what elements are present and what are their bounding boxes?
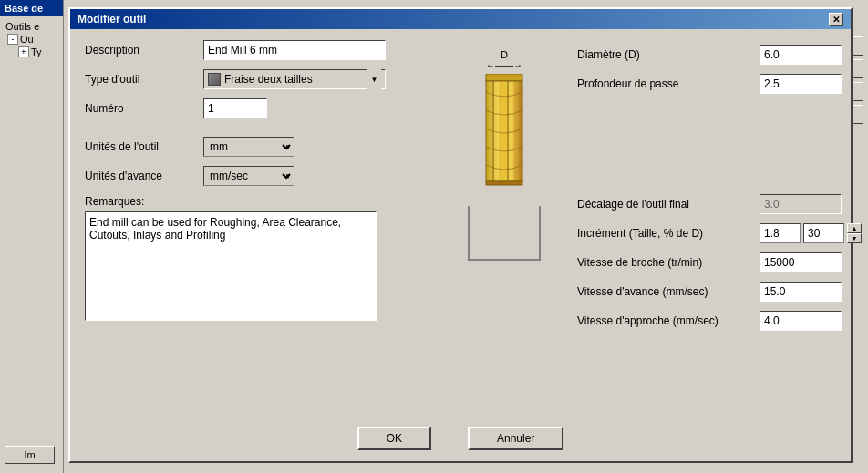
ok-button[interactable]: OK	[357, 427, 431, 450]
form-area: Description Type d'outil Fraise deux tai…	[85, 40, 836, 408]
vitesse-broche-input[interactable]	[760, 252, 842, 272]
advance-units-select-wrapper: mm/sec mm/min	[203, 166, 294, 186]
profondeur-label: Profondeur de passe	[577, 77, 760, 90]
tool-type-text: Fraise deux tailles	[224, 73, 367, 86]
remarks-label: Remarques:	[85, 195, 431, 208]
diametre-input[interactable]	[760, 45, 842, 65]
vitesse-approche-input[interactable]	[760, 311, 842, 331]
sidebar: Base de Outils e - Ou + Ty Im	[0, 0, 64, 473]
remarks-textarea[interactable]: End mill can be used for Roughing, Area …	[85, 211, 377, 321]
increment-row: Incrément (Taille, % de D) ▲ ▼	[577, 223, 862, 243]
sidebar-item-ou[interactable]: - Ou	[4, 33, 59, 46]
right-form: Diamètre (D) Profondeur de passe Décalag…	[577, 40, 862, 408]
vitesse-broche-row: Vitesse de broche (tr/min)	[577, 252, 862, 272]
vitesse-approche-label: Vitesse d'approche (mm/sec)	[577, 314, 760, 327]
vitesse-approche-row: Vitesse d'approche (mm/sec)	[577, 311, 862, 331]
increment-input-2[interactable]	[803, 223, 844, 243]
d-dimension: D ←——→	[486, 49, 522, 70]
d-arrow: ←——→	[486, 60, 522, 70]
endmill-svg	[468, 74, 541, 192]
increment-input-1[interactable]	[760, 223, 801, 243]
sidebar-bottom-button[interactable]: Im	[5, 446, 55, 464]
svg-rect-0	[486, 74, 522, 81]
modal-close-button[interactable]: ✕	[829, 13, 843, 26]
left-form: Description Type d'outil Fraise deux tai…	[85, 40, 431, 408]
sidebar-bottom: Im	[5, 446, 55, 464]
remarks-section: Remarques: End mill can be used for Roug…	[85, 195, 431, 324]
modal-dialog: Modifier outil ✕ Description Type d'outi…	[68, 7, 852, 463]
units-row: Unités de l'outil mm inch	[85, 137, 431, 157]
diametre-label: Diamètre (D)	[577, 48, 760, 61]
vitesse-avance-row: Vitesse d'avance (mm/sec)	[577, 282, 862, 302]
advance-units-label: Unités d'avance	[85, 170, 203, 182]
sidebar-menu: Outils e - Ou + Ty	[0, 16, 63, 62]
decalage-label: Décalage de l'outil final	[577, 198, 760, 211]
increment-label: Incrément (Taille, % de D)	[577, 227, 760, 240]
center-area: D ←——→	[450, 40, 559, 408]
numero-label: Numéro	[85, 102, 203, 115]
units-select[interactable]: mm inch	[203, 137, 294, 157]
tool-type-arrow-icon: ▼	[367, 69, 381, 89]
bottom-buttons: OK Annuler	[85, 419, 836, 450]
description-label: Description	[85, 44, 203, 57]
spin-down-button[interactable]: ▼	[847, 233, 862, 243]
d-label: D	[501, 49, 508, 60]
tool-type-label: Type d'outil	[85, 73, 203, 86]
tree-expand-icon-2[interactable]: +	[18, 46, 29, 57]
vitesse-avance-label: Vitesse d'avance (mm/sec)	[577, 285, 760, 298]
app-background: Base de Outils e - Ou + Ty Im ... er il.…	[0, 0, 868, 473]
modal-title: Modifier outil	[78, 13, 146, 26]
vitesse-broche-label: Vitesse de broche (tr/min)	[577, 256, 760, 269]
profondeur-row: Profondeur de passe	[577, 74, 862, 94]
decalage-input[interactable]	[760, 194, 842, 214]
tip-shape-outline	[468, 206, 541, 261]
increment-spinner: ▲ ▼	[847, 223, 862, 243]
diametre-row: Diamètre (D)	[577, 45, 862, 65]
units-select-wrapper: mm inch	[203, 137, 294, 157]
sidebar-item-tools[interactable]: Outils e	[4, 20, 59, 33]
vitesse-avance-input[interactable]	[760, 282, 842, 302]
numero-row: Numéro	[85, 98, 431, 118]
sidebar-title: Base de	[0, 0, 63, 16]
svg-rect-6	[486, 181, 522, 185]
tree-expand-icon[interactable]: -	[7, 34, 18, 45]
decalage-row: Décalage de l'outil final	[577, 194, 862, 214]
cancel-button[interactable]: Annuler	[468, 427, 563, 450]
modal-content: Description Type d'outil Fraise deux tai…	[70, 29, 851, 461]
tool-type-icon	[208, 73, 221, 86]
units-label: Unités de l'outil	[85, 140, 203, 153]
advance-units-select[interactable]: mm/sec mm/min	[203, 166, 294, 186]
sidebar-item-ty[interactable]: + Ty	[4, 46, 59, 58]
tool-type-select[interactable]: Fraise deux tailles ▼	[203, 69, 386, 89]
increment-inputs: ▲ ▼	[760, 223, 862, 243]
advance-units-row: Unités d'avance mm/sec mm/min	[85, 166, 431, 186]
spin-up-button[interactable]: ▲	[847, 223, 862, 233]
description-input[interactable]	[203, 40, 386, 60]
tool-type-row: Type d'outil Fraise deux tailles ▼	[85, 69, 431, 89]
profondeur-input[interactable]	[760, 74, 842, 94]
modal-titlebar: Modifier outil ✕	[70, 9, 851, 29]
description-row: Description	[85, 40, 431, 60]
numero-input[interactable]	[203, 98, 267, 118]
